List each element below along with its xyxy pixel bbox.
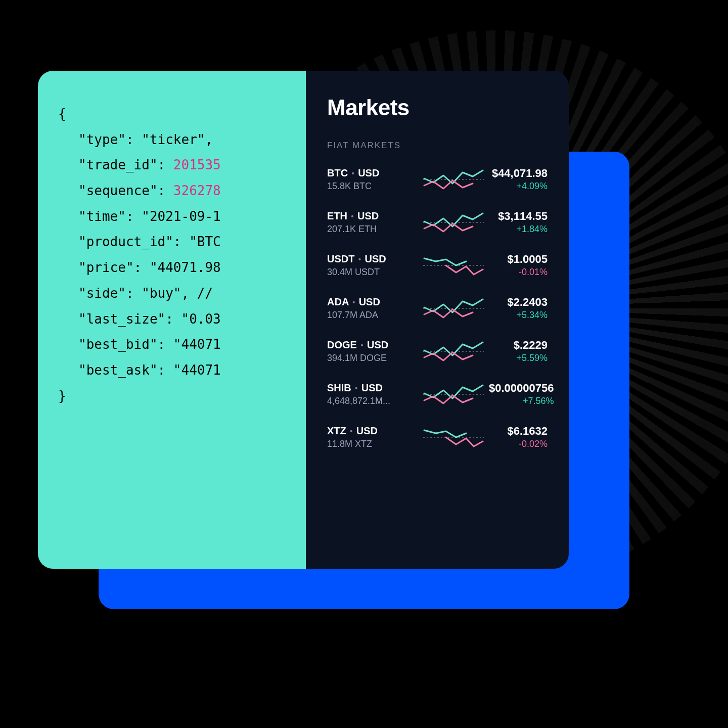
pair-separator-icon: • bbox=[358, 255, 361, 263]
volume-label: 30.4M USDT bbox=[327, 267, 413, 278]
pair-separator-icon: • bbox=[355, 384, 357, 392]
base-symbol: ETH bbox=[327, 210, 347, 221]
change-label: +4.09% bbox=[489, 181, 548, 192]
pair-separator-icon: • bbox=[350, 427, 352, 435]
market-row[interactable]: ETH • USD 207.1K ETH $3,114.55 +1.84% bbox=[327, 210, 548, 235]
change-label: -0.01% bbox=[489, 267, 548, 278]
pair-label: ETH • USD bbox=[327, 210, 418, 222]
pair-label: ADA • USD bbox=[327, 296, 418, 308]
pair-label: DOGE • USD bbox=[327, 339, 418, 351]
volume-label: 11.8M XTZ bbox=[327, 439, 413, 449]
price-block: $3,114.55 +1.84% bbox=[489, 210, 548, 235]
pair-label: SHIB • USD bbox=[327, 382, 418, 394]
sparkline-icon bbox=[423, 340, 484, 362]
code-value: "44071 bbox=[165, 362, 221, 378]
price-label: $.2229 bbox=[489, 339, 548, 352]
code-line: "best_ask": "44071 bbox=[78, 357, 291, 383]
code-line: "price": "44071.98 bbox=[78, 255, 291, 281]
sparkline-icon bbox=[423, 211, 484, 234]
market-list: BTC • USD 15.8K BTC $44,071.98 +4.09% ET… bbox=[327, 167, 548, 449]
code-key: "type": bbox=[78, 132, 134, 147]
code-line: "trade_id": 201535 bbox=[78, 152, 291, 178]
volume-label: 394.1M DOGE bbox=[327, 353, 413, 363]
sparkline-icon bbox=[423, 254, 484, 277]
price-label: $1.0005 bbox=[489, 253, 548, 266]
base-symbol: DOGE bbox=[327, 339, 357, 350]
price-label: $0.00000756 bbox=[489, 382, 554, 395]
code-brace-close: } bbox=[58, 383, 291, 409]
price-label: $6.1632 bbox=[489, 425, 548, 438]
code-line: "side": "buy", // bbox=[78, 281, 291, 306]
change-label: +5.59% bbox=[489, 353, 548, 363]
markets-title: Markets bbox=[327, 95, 548, 120]
pair-block: SHIB • USD 4,648,872.1M... bbox=[327, 382, 418, 406]
change-label: +5.34% bbox=[489, 310, 548, 321]
main-card: { "type": "ticker","trade_id": 201535"se… bbox=[38, 71, 569, 569]
code-line: "best_bid": "44071 bbox=[78, 332, 291, 357]
change-label: +7.56% bbox=[489, 396, 554, 406]
volume-label: 207.1K ETH bbox=[327, 224, 413, 235]
market-row[interactable]: BTC • USD 15.8K BTC $44,071.98 +4.09% bbox=[327, 167, 548, 192]
pair-block: XTZ • USD 11.8M XTZ bbox=[327, 425, 418, 449]
base-symbol: SHIB bbox=[327, 382, 351, 393]
sparkline-icon bbox=[423, 383, 484, 405]
code-brace-open: { bbox=[58, 101, 291, 127]
quote-symbol: USD bbox=[357, 210, 379, 221]
change-label: -0.02% bbox=[489, 439, 548, 449]
market-row[interactable]: XTZ • USD 11.8M XTZ $6.1632 -0.02% bbox=[327, 425, 548, 449]
quote-symbol: USD bbox=[359, 296, 380, 307]
change-label: +1.84% bbox=[489, 224, 548, 235]
pair-block: ADA • USD 107.7M ADA bbox=[327, 296, 418, 321]
market-row[interactable]: USDT • USD 30.4M USDT $1.0005 -0.01% bbox=[327, 253, 548, 278]
volume-label: 107.7M ADA bbox=[327, 310, 413, 321]
sparkline-icon bbox=[423, 297, 484, 320]
price-block: $44,071.98 +4.09% bbox=[489, 167, 548, 192]
volume-label: 15.8K BTC bbox=[327, 181, 413, 192]
sparkline-icon bbox=[423, 168, 484, 191]
code-value: "buy", // bbox=[134, 286, 213, 301]
price-block: $.2229 +5.59% bbox=[489, 339, 548, 363]
code-pane: { "type": "ticker","trade_id": 201535"se… bbox=[38, 71, 306, 569]
pair-label: XTZ • USD bbox=[327, 425, 418, 437]
code-key: "sequence": bbox=[78, 183, 165, 198]
code-line: "sequence": 326278 bbox=[78, 178, 291, 204]
price-block: $1.0005 -0.01% bbox=[489, 253, 548, 278]
code-value: "0.03 bbox=[173, 311, 221, 327]
code-key: "price": bbox=[78, 260, 142, 275]
sparkline-icon bbox=[423, 426, 484, 448]
price-block: $2.2403 +5.34% bbox=[489, 296, 548, 321]
pair-block: USDT • USD 30.4M USDT bbox=[327, 253, 418, 278]
pair-block: BTC • USD 15.8K BTC bbox=[327, 167, 418, 192]
code-value: "44071.98 bbox=[142, 260, 221, 275]
quote-symbol: USD bbox=[365, 253, 386, 264]
code-key: "trade_id": bbox=[78, 157, 165, 172]
pair-separator-icon: • bbox=[360, 341, 363, 349]
price-block: $6.1632 -0.02% bbox=[489, 425, 548, 449]
code-value: "ticker", bbox=[134, 132, 213, 147]
quote-symbol: USD bbox=[361, 382, 383, 393]
code-value: 201535 bbox=[165, 157, 221, 172]
base-symbol: XTZ bbox=[327, 425, 346, 436]
quote-symbol: USD bbox=[367, 339, 388, 350]
price-label: $2.2403 bbox=[489, 296, 548, 309]
code-key: "product_id": bbox=[78, 234, 181, 249]
base-symbol: USDT bbox=[327, 253, 354, 264]
market-row[interactable]: DOGE • USD 394.1M DOGE $.2229 +5.59% bbox=[327, 339, 548, 363]
code-line: "last_size": "0.03 bbox=[78, 306, 291, 332]
code-key: "last_size": bbox=[78, 311, 173, 327]
market-row[interactable]: SHIB • USD 4,648,872.1M... $0.00000756 +… bbox=[327, 382, 548, 406]
volume-label: 4,648,872.1M... bbox=[327, 396, 413, 406]
code-value: "2021-09-1 bbox=[134, 209, 221, 224]
section-label: FIAT MARKETS bbox=[327, 141, 548, 151]
pair-separator-icon: • bbox=[352, 298, 355, 306]
pair-label: BTC • USD bbox=[327, 167, 418, 179]
price-label: $3,114.55 bbox=[489, 210, 548, 223]
code-key: "best_ask": bbox=[78, 362, 165, 378]
price-block: $0.00000756 +7.56% bbox=[489, 382, 554, 406]
code-key: "best_bid": bbox=[78, 337, 165, 352]
market-row[interactable]: ADA • USD 107.7M ADA $2.2403 +5.34% bbox=[327, 296, 548, 321]
base-symbol: BTC bbox=[327, 167, 348, 178]
markets-pane: Markets FIAT MARKETS BTC • USD 15.8K BTC… bbox=[306, 71, 569, 569]
code-line: "type": "ticker", bbox=[78, 127, 291, 153]
pair-label: USDT • USD bbox=[327, 253, 418, 265]
